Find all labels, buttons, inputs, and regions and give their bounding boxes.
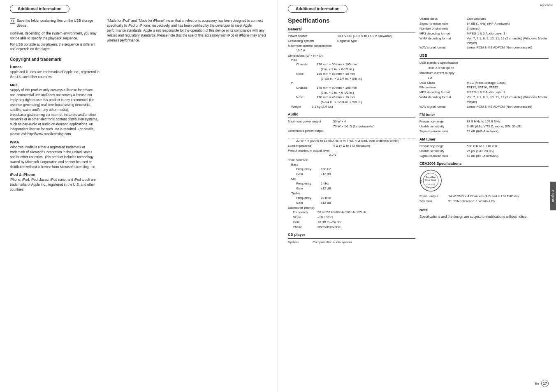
usb-class-row: USB Class MSC (Mass Storage Class) [419,81,549,85]
spec-title: Specifications [288,17,415,24]
mid-freq-row: Frequency 1 kHz [296,182,415,186]
bass-gain-value: ±12 dB [321,172,331,177]
cea-power-value: 14 W RMS × 4 Channels (4 Ω and ≤ 1 % THD… [448,194,519,199]
am-snr-value: 62 dB (IHF-A network) [467,154,498,159]
usb-std-label-row: USB standard specification [419,60,549,65]
din-label: DIN [291,58,415,63]
general-specs: Power source 14.4 V DC (10.8 V to 15.1 V… [288,34,415,244]
bass-label: Bass [291,163,415,167]
mid-details: Frequency 1 kHz Gain ±12 dB [291,182,415,191]
para1: However, depending on the system environ… [10,31,100,41]
svg-text:Compliant: Compliant [426,187,435,189]
usb-wma-label: WMA decoding format [419,95,467,104]
max-power-value2: 70 W × 1/2 Ω (for subwoofer) [333,125,375,128]
sub-freq-value: 50 Hz/63 Hz/80 Hz/100 Hz/125 Hz [317,210,366,215]
wma-heading: WMA [10,140,100,144]
itunes-text: Apple and iTunes are trademarks of Apple… [10,70,100,80]
load-imp-label: Load impedance [288,144,333,148]
usable-discs-label: Usable discs [419,17,467,21]
usable-discs-row: Usable discs Compact disc [419,17,549,21]
left-col-1: 17 Save the folder containing files on t… [10,18,100,194]
fm-freq-label: Frequency range [419,120,467,124]
channels-row: Number of channels 2 (stereo) [419,27,549,31]
right-section-header: Additional information [288,5,348,13]
cd-system-label: System [288,240,313,245]
din-chassis: Chassis 178 mm × 50 mm × 165 mm (7 in. ×… [291,62,415,81]
channels-value: 2 (stereo) [467,27,480,31]
bass-section: Bass Frequency 100 Hz Gain ±12 dB Mid [288,163,415,205]
max-power-row: Maximum power output 50 W × 4 [288,120,415,124]
weight-row: Weight 1.1 kg (2.4 lbs) [291,105,415,109]
audio-section-title: Audio [288,112,415,118]
wav-signal-label: WAV signal format [419,46,467,50]
am-specs: Frequency range 530 kHz to 1 710 kHz Usa… [419,144,549,159]
chassis-din-value2-row: (7 in. × 2 in. × 6-1/2 in.) [296,67,415,72]
cea-logo-icon: Amplifier Power Stand. CEA-2006 Complian… [419,169,442,192]
usb-specs: USB standard specification USB 2.0 full … [419,60,549,109]
treble-freq-value: 10 kHz [321,196,331,201]
weight-value: 1.1 kg (2.4 lbs) [312,105,333,109]
am-freq-label: Frequency range [419,144,467,149]
left-page: Additional information 17 Save the folde… [0,0,278,392]
cea-logo-area: Amplifier Power Stand. CEA-2006 Complian… [419,169,549,192]
sub-label-row: Subwoofer (mono): [288,206,415,210]
cea-sn-label: S/N ratio [419,199,448,204]
treble-freq-label: Frequency [296,196,321,201]
dimensions-label-row: Dimensions (W × H × D): [288,54,415,58]
lang-label: En [535,382,539,385]
fm-freq-value: 87.9 MHz to 107.9 MHz [467,120,500,124]
usb-wav-label: WAV signal format [419,105,467,109]
usb-class-label: USB Class [419,81,467,85]
grounding-label: Grounding system [288,39,337,44]
din-chassis-row: Chassis 178 mm × 50 mm × 165 mm [296,62,415,67]
bass-freq-row: Frequency 100 Hz [296,167,415,172]
fm-snr-value: 72 dB (IHF-A network) [467,129,498,134]
usb-mp3-row: MP3 decoding format MPEG-1 & 2 Audio Lay… [419,90,549,95]
load-imp-value: 4 Ω (4 Ω to 8 Ω allowable) [333,144,370,148]
chassis-d-value1: 178 mm × 50 mm × 165 mm [317,86,357,90]
usb-wma-row: WMA decoding format Ver. 7, 7.1, 8, 9, 1… [419,95,549,104]
wma-text: Windows Media is either a registered tra… [10,145,100,169]
treble-freq-row: Frequency 10 kHz [296,196,415,201]
bass-gain-row: Gain ±12 dB [296,172,415,177]
fm-section-title: FM tuner [419,113,549,118]
nose-d-value1: 170 mm × 46 mm × 16 mm [317,95,355,100]
sub-freq-row: Frequency 50 Hz/63 Hz/80 Hz/100 Hz/125 H… [293,210,415,215]
bass-gain-label: Gain [296,172,321,177]
svg-text:Power Stand.: Power Stand. [425,180,437,182]
preout-value: 2.0 V [329,153,336,157]
power-source-label: Power source [288,34,337,39]
max-current-value-row: 10.0 A [288,48,415,53]
sub-phase-value: Normal/Reverse [317,225,341,230]
d-chassis-row: Chassis 178 mm × 50 mm × 165 mm [296,86,415,90]
sub-gain-value: +6 dB to –24 dB [317,220,341,225]
sub-slope-row: Slope –18 dB/oct [293,215,415,220]
mid-gain-label: Gain [296,187,321,191]
usb-wav-row: WAV signal format Linear PCM & MS ADPCM … [419,105,549,109]
sub-phase-row: Phase Normal/Reverse [293,225,415,230]
fm-sensitivity-label: Usable sensitivity [419,125,467,129]
chassis-din-value1: 178 mm × 50 mm × 165 mm [317,62,357,67]
fm-snr-label: Signal-to-noise ratio [419,129,467,134]
am-snr-row: Signal-to-noise ratio 62 dB (IHF-A netwo… [419,154,549,159]
cd-section-title: CD player [288,232,415,239]
bass-freq-value: 100 Hz [321,167,331,172]
sub-label: Subwoofer (mono): [288,206,315,210]
cont-power-label: Continuous power output [288,129,324,133]
d-label: D [291,81,415,86]
usb-max-current-value: 1 A [428,76,432,80]
appendix-label: Appendix [540,3,553,7]
itunes-heading: iTunes [10,65,100,69]
channels-label: Number of channels [419,27,467,31]
usb-std-value-row: USB 2.0 full speed [419,66,549,70]
cd-system-row: System Compact disc audio system [288,240,415,245]
cont-power-label-row: Continuous power output [288,129,415,134]
sub-slope-label: Slope [293,215,317,220]
fm-sensitivity-row: Usable sensitivity 9 dBf (0.8 μV/75 Ω, m… [419,125,549,129]
mid-freq-label: Frequency [296,182,321,186]
ipod-heading: iPod & iPhone [10,173,100,177]
file-sys-row: File system FAT12, FAT16, FAT32 [419,85,549,90]
fm-sensitivity-value: 9 dBf (0.8 μV/75 Ω, mono, S/N: 30 dB) [467,125,521,129]
treble-label: Treble [291,191,415,196]
treble-gain-value: ±12 dB [321,201,331,205]
